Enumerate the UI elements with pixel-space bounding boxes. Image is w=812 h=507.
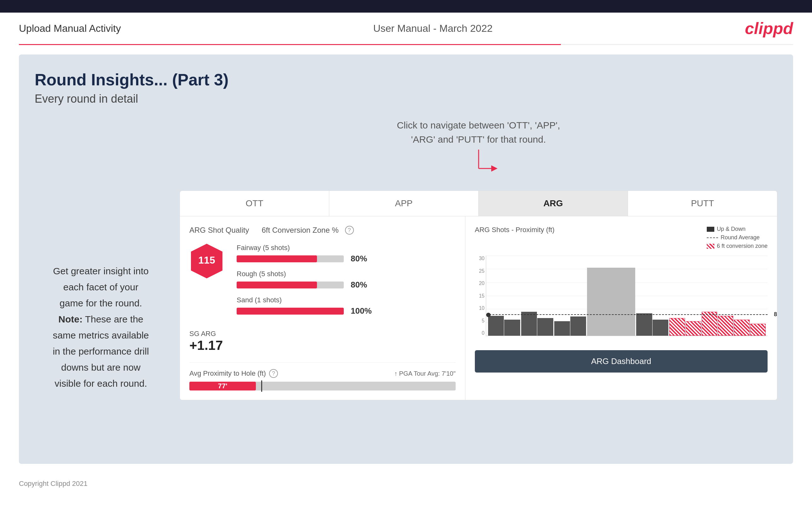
tab-ott[interactable]: OTT (180, 191, 329, 216)
arg-dashboard-button[interactable]: ARG Dashboard (475, 350, 768, 373)
bar-fairway: Fairway (5 shots) 80% (237, 244, 456, 264)
bar-sand: Sand (1 shots) 100% (237, 296, 456, 316)
hexagon: 115 (189, 242, 224, 280)
clippd-logo: clippd (745, 19, 793, 38)
tabs-row: OTT APP ARG PUTT (180, 191, 777, 216)
chart-bars-container (486, 256, 768, 336)
shot-quality-label: ARG Shot Quality (189, 226, 249, 235)
svg-text:115: 115 (198, 255, 215, 266)
legend-conversion-zone: 6 ft conversion zone (717, 243, 768, 249)
dashed-value: 8 (774, 311, 777, 318)
chart-legend: Up & Down Round Average 6 ft conversion … (707, 226, 768, 249)
main-content: Round Insights... (Part 3) Every round i… (19, 54, 793, 464)
header-divider (19, 44, 793, 45)
bar-rough-pct: 80% (351, 280, 367, 290)
nav-arrow (460, 150, 498, 181)
upload-manual-label: Upload Manual Activity (19, 23, 121, 34)
chart-area: 0 5 10 15 20 25 30 (475, 256, 768, 344)
bar-rough: Rough (5 shots) 80% (237, 270, 456, 290)
svg-marker-2 (491, 165, 498, 172)
proximity-help-icon[interactable]: ? (269, 369, 278, 378)
proximity-section: Avg Proximity to Hole (ft) ? ↑ PGA Tour … (189, 362, 456, 391)
pga-avg: ↑ PGA Tour Avg: 7'10" (394, 370, 456, 377)
tab-arg[interactable]: ARG (478, 191, 628, 216)
user-manual-date: User Manual - March 2022 (373, 23, 493, 34)
page-subtitle: Every round in detail (35, 92, 777, 106)
dashboard-card: OTT APP ARG PUTT A (180, 190, 777, 400)
header: Upload Manual Activity User Manual - Mar… (0, 13, 812, 44)
y-axis: 0 5 10 15 20 25 30 (475, 256, 486, 344)
bar-sand-pct: 100% (351, 306, 372, 316)
tab-app[interactable]: APP (329, 191, 478, 216)
note-label: Note: (58, 314, 83, 324)
annotation-block: Click to navigate between 'OTT', 'APP', … (180, 118, 777, 181)
bar-sand-label: Sand (1 shots) (237, 296, 456, 304)
dashboard-right-section: ARG Shots - Proximity (ft) Up & Down Rou… (465, 216, 777, 400)
copyright: Copyright Clippd 2021 (19, 480, 88, 488)
top-bar (0, 0, 812, 13)
left-description: Get greater insight into each facet of y… (35, 263, 167, 391)
legend-updown: Up & Down (717, 226, 746, 232)
annotation-text: Click to navigate between 'OTT', 'APP', … (397, 118, 560, 147)
bar-fairway-label: Fairway (5 shots) (237, 244, 456, 252)
sg-label: SG ARG (189, 330, 456, 338)
sg-section: SG ARG +1.17 (189, 330, 456, 353)
tab-putt[interactable]: PUTT (628, 191, 777, 216)
help-icon[interactable]: ? (345, 226, 354, 235)
left-panel: Get greater insight into each facet of y… (35, 118, 167, 400)
legend-round-avg: Round Average (721, 234, 760, 241)
proximity-label: Avg Proximity to Hole (ft) (189, 370, 266, 378)
bar-fairway-pct: 80% (351, 254, 367, 264)
page-title: Round Insights... (Part 3) (35, 70, 777, 89)
conversion-label: 6ft Conversion Zone % (261, 226, 339, 235)
dashboard-left-section: ARG Shot Quality 6ft Conversion Zone % ?… (180, 216, 465, 400)
chart-title: ARG Shots - Proximity (ft) (475, 226, 555, 234)
dashed-avg-line: 8 (486, 314, 768, 315)
right-panel: Click to navigate between 'OTT', 'APP', … (180, 118, 777, 400)
sg-value: +1.17 (189, 338, 456, 353)
proximity-cursor (261, 380, 262, 392)
bar-rough-label: Rough (5 shots) (237, 270, 456, 278)
footer: Copyright Clippd 2021 (0, 473, 812, 494)
proximity-value: 77' (218, 382, 227, 390)
